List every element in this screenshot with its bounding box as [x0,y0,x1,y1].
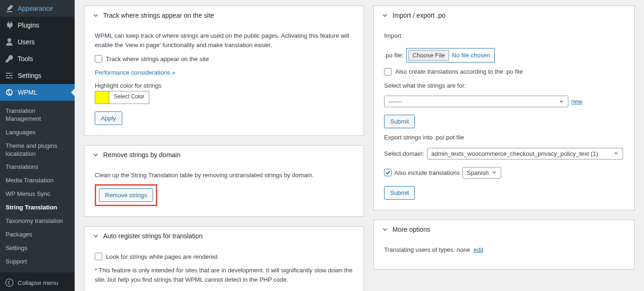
svg-point-1 [6,279,13,286]
panel-header-autoreg[interactable]: Auto register strings for translation [84,227,364,245]
sidebar-item-wpml[interactable]: WPML [0,84,75,101]
po-file-label: .po file: [384,52,404,59]
submenu-support[interactable]: Support [0,255,75,269]
select-what-label: Select what the strings are for: [384,81,624,90]
select-color-button[interactable]: Select Color [109,91,149,104]
panel-title: Remove strings by domain [103,151,181,159]
chevron-down-icon [381,226,389,233]
submenu-settings[interactable]: Settings [0,242,75,255]
sliders-icon [5,71,14,80]
import-heading: Import [384,31,624,41]
collapse-menu-button[interactable]: Collapse menu [0,274,75,291]
sidebar-item-label: Settings [18,72,42,79]
performance-link[interactable]: Performance considerations » [95,69,175,76]
sidebar-item-label: Users [18,38,35,46]
color-picker[interactable]: Select Color [95,91,149,104]
chevron-down-icon [92,151,99,159]
panel-more-options: More options Translating users of types:… [373,220,635,270]
apply-button[interactable]: Apply [95,111,122,125]
import-submit-button[interactable]: Submit [384,115,415,128]
submenu-translation-management[interactable]: Translation Management [0,104,75,126]
also-include-label: Also include translations [394,169,460,176]
panel-track-strings: Track where strings appear on the site W… [84,6,364,136]
selected-domain: admin_texts_woocommerce_checkout_privacy… [431,150,598,157]
submenu-string-translation[interactable]: String Translation [0,201,75,215]
wpml-submenu: Translation Management Languages Theme a… [0,101,75,272]
sidebar-item-plugins[interactable]: Plugins [0,17,75,34]
track-checkbox-label: Track where strings appear on the site [106,55,209,62]
sidebar-item-users[interactable]: Users [0,34,75,50]
file-input[interactable]: Choose File No file chosen [406,48,495,62]
translating-users-text: Translating users of types: none [384,246,470,253]
sidebar-item-label: Appearance [18,5,53,12]
select-domain-label: Select domain: [384,150,424,157]
strings-for-select[interactable]: ------- [384,96,568,107]
new-link[interactable]: new [571,98,582,105]
sidebar-item-label: Tools [18,55,33,62]
panel-remove-strings: Remove strings by domain Clean up the St… [84,145,364,217]
chevron-down-icon [92,232,99,240]
selected-language: Spanish [467,169,489,176]
no-file-chosen: No file chosen [452,52,490,59]
language-select[interactable]: Spanish [462,167,501,179]
wpml-icon [5,88,14,97]
brush-icon [5,4,14,13]
sidebar-item-label: WPML [18,89,37,96]
highlighted-action: Remove strings [95,184,157,206]
export-heading: Export strings into .po/.pot file [384,133,624,142]
chevron-down-icon [381,12,389,19]
chevron-down-icon [92,12,99,19]
highlight-label: Highlight color for strings [95,82,161,89]
choose-file-button[interactable]: Choose File [408,50,449,61]
sidebar-item-tools[interactable]: Tools [0,50,75,67]
track-description: WPML can keep track of where strings are… [95,31,353,49]
also-include-checkbox[interactable] [384,169,392,176]
panel-import-export: Import / export .po Import .po file: Cho… [373,6,635,210]
panel-title: Track where strings appear on the site [103,12,214,19]
also-create-checkbox[interactable] [384,68,392,76]
domain-select[interactable]: admin_texts_woocommerce_checkout_privacy… [427,148,623,159]
submenu-wp-menus-sync[interactable]: WP Menus Sync [0,187,75,201]
panel-header-import[interactable]: Import / export .po [374,6,634,25]
collapse-label: Collapse menu [18,279,58,286]
plug-icon [5,21,14,30]
wrench-icon [5,54,14,63]
main-content: Track where strings appear on the site W… [75,0,644,291]
autoreg-checkbox-label: Look for strings while pages are rendere… [106,253,217,260]
also-create-label: Also create translations according to th… [395,68,523,75]
panel-header-more[interactable]: More options [374,220,634,239]
panel-title: Import / export .po [392,12,446,19]
panel-auto-register: Auto register strings for translation Lo… [84,226,364,291]
sidebar-item-appearance[interactable]: Appearance [0,0,75,17]
submenu-media-translation[interactable]: Media Translation [0,174,75,187]
chevron-down-icon [559,99,564,104]
chevron-down-icon [613,151,619,156]
panel-title: More options [392,226,430,233]
autoreg-checkbox[interactable] [95,253,102,260]
collapse-icon [5,278,14,287]
user-icon [5,37,14,47]
submenu-languages[interactable]: Languages [0,126,75,139]
chevron-down-icon [491,170,497,175]
admin-sidebar: Appearance Plugins Users Tools Settings … [0,0,75,291]
color-swatch [95,91,109,104]
sidebar-item-label: Plugins [18,21,39,29]
remove-description: Clean up the String Translation table by… [95,171,353,180]
submenu-translations[interactable]: Translations [0,160,75,174]
panel-header-track[interactable]: Track where strings appear on the site [84,6,364,25]
submenu-theme-plugins-localization[interactable]: Theme and plugins localization [0,139,75,161]
edit-link[interactable]: edit [474,246,483,253]
autoreg-note: * This feature is only intended for site… [95,266,353,284]
submenu-taxonomy-translation[interactable]: Taxonomy translation [0,215,75,228]
submenu-packages[interactable]: Packages [0,228,75,242]
panel-title: Auto register strings for translation [103,232,203,240]
select-placeholder: ------- [388,98,402,105]
sidebar-item-settings[interactable]: Settings [0,67,75,84]
panel-header-remove[interactable]: Remove strings by domain [84,146,364,164]
export-submit-button[interactable]: Submit [384,186,415,200]
remove-strings-button[interactable]: Remove strings [99,188,153,202]
track-strings-checkbox[interactable] [95,55,102,62]
